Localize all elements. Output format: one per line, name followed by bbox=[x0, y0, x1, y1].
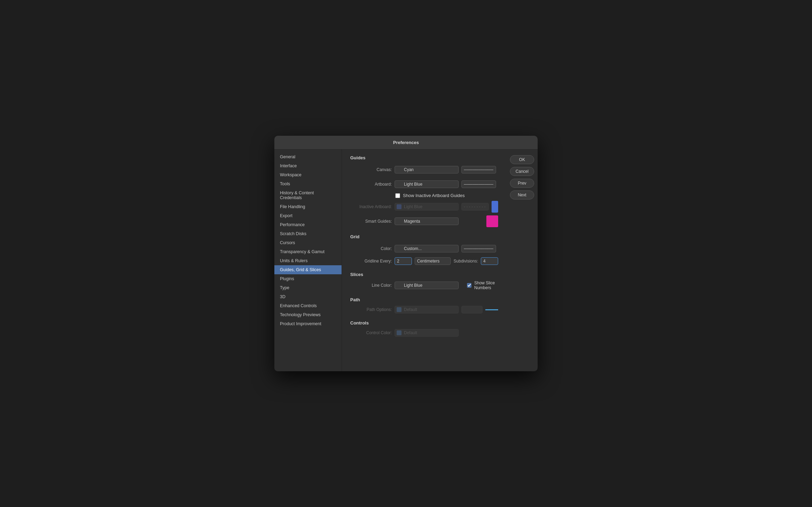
artboard-label: Artboard: bbox=[350, 182, 392, 187]
slices-section: Slices Line Color: Light Blue Cyan Magen… bbox=[350, 272, 498, 290]
artboard-style-select[interactable]: ────────── bbox=[461, 180, 496, 188]
sidebar-item-history[interactable]: History & Content Credentials bbox=[274, 188, 342, 202]
canvas-style-select[interactable]: ────────── bbox=[461, 166, 496, 174]
controls-title: Controls bbox=[350, 320, 498, 326]
canvas-color-select[interactable]: Cyan Light Blue Magenta Custom... bbox=[395, 166, 459, 174]
path-color-wrapper: Default bbox=[395, 306, 459, 313]
control-color-row: Control Color: Default bbox=[350, 329, 498, 337]
sidebar-item-3d[interactable]: 3D bbox=[274, 292, 342, 301]
inactive-artboard-row: Inactive Artboard: Light Blue Cyan Magen… bbox=[350, 201, 498, 213]
show-inactive-checkbox[interactable] bbox=[395, 193, 400, 198]
smart-guides-color-wrapper: Magenta Cyan Light Blue Custom... bbox=[395, 217, 459, 225]
show-slice-numbers-checkbox[interactable] bbox=[467, 283, 471, 288]
sidebar-item-transparency[interactable]: Transparency & Gamut bbox=[274, 247, 342, 256]
inactive-artboard-label: Inactive Artboard: bbox=[350, 204, 392, 209]
path-options-label: Path Options: bbox=[350, 307, 392, 312]
canvas-label: Canvas: bbox=[350, 167, 392, 172]
gridline-label: Gridline Every: bbox=[350, 259, 392, 264]
subdivisions-input[interactable]: 4 bbox=[481, 257, 498, 265]
inactive-color-select[interactable]: Light Blue Cyan Magenta bbox=[395, 203, 459, 211]
sidebar-item-interface[interactable]: Interface bbox=[274, 161, 342, 170]
path-color-select[interactable]: Default bbox=[395, 306, 459, 313]
show-slice-numbers-label: Show Slice Numbers bbox=[474, 281, 498, 290]
sidebar-item-workspace[interactable]: Workspace bbox=[274, 170, 342, 179]
canvas-color-wrapper: Cyan Light Blue Magenta Custom... bbox=[395, 166, 459, 174]
artboard-color-wrapper: Light Blue Cyan Magenta Custom... bbox=[395, 180, 459, 188]
dialog-titlebar: Preferences bbox=[274, 136, 538, 150]
sidebar-item-units[interactable]: Units & Rulers bbox=[274, 256, 342, 265]
slices-line-color-label: Line Color: bbox=[350, 283, 392, 288]
grid-color-row: Color: Custom... Cyan Light Blue ───────… bbox=[350, 243, 498, 255]
slices-color-wrapper: Light Blue Cyan Magenta bbox=[395, 282, 459, 289]
guides-title: Guides bbox=[350, 155, 498, 160]
canvas-row: Canvas: Cyan Light Blue Magenta Custom..… bbox=[350, 164, 498, 176]
grid-style-select[interactable]: ────────── bbox=[461, 245, 496, 252]
controls-section: Controls Control Color: Default bbox=[350, 320, 498, 337]
smart-guides-row: Smart Guides: Magenta Cyan Light Blue Cu… bbox=[350, 215, 498, 227]
gridline-unit-select[interactable]: Centimeters Pixels Inches Millimeters bbox=[415, 257, 451, 265]
preferences-dialog: Preferences General Interface Workspace … bbox=[274, 136, 538, 371]
slices-title: Slices bbox=[350, 272, 498, 277]
slices-line-color-row: Line Color: Light Blue Cyan Magenta Show… bbox=[350, 281, 498, 290]
dialog-title: Preferences bbox=[393, 140, 419, 145]
grid-color-wrapper: Custom... Cyan Light Blue bbox=[395, 245, 459, 252]
path-title: Path bbox=[350, 297, 498, 302]
path-options-row: Path Options: Default bbox=[350, 306, 498, 313]
inactive-color-preview bbox=[492, 201, 498, 213]
smart-guides-label: Smart Guides: bbox=[350, 219, 392, 224]
inactive-color-wrapper: Light Blue Cyan Magenta bbox=[395, 203, 459, 211]
prev-button[interactable]: Prev bbox=[510, 179, 534, 188]
grid-color-label: Color: bbox=[350, 246, 392, 251]
next-button[interactable]: Next bbox=[510, 190, 534, 199]
show-inactive-label: Show Inactive Artboard Guides bbox=[403, 193, 465, 198]
main-content: Guides Canvas: Cyan Light Blue Magenta C… bbox=[342, 150, 506, 371]
smart-guides-color-preview bbox=[486, 215, 498, 227]
gridline-row: Gridline Every: 2 Centimeters Pixels Inc… bbox=[350, 257, 498, 265]
sidebar-item-product-improvement[interactable]: Product Improvement bbox=[274, 319, 342, 328]
sidebar-item-general[interactable]: General bbox=[274, 152, 342, 161]
show-inactive-row: Show Inactive Artboard Guides bbox=[395, 193, 498, 198]
sidebar-item-plugins[interactable]: Plugins bbox=[274, 274, 342, 283]
path-section: Path Path Options: Default bbox=[350, 297, 498, 313]
control-color-select[interactable]: Default bbox=[395, 329, 459, 337]
sidebar-item-cursors[interactable]: Cursors bbox=[274, 238, 342, 247]
sidebar-item-export[interactable]: Export bbox=[274, 211, 342, 220]
sidebar-item-guides[interactable]: Guides, Grid & Slices bbox=[274, 265, 342, 274]
smart-guides-color-select[interactable]: Magenta Cyan Light Blue Custom... bbox=[395, 217, 459, 225]
grid-color-select[interactable]: Custom... Cyan Light Blue bbox=[395, 245, 459, 252]
inactive-style-select[interactable]: - - - - - - - - - bbox=[461, 203, 489, 211]
sidebar-item-enhanced-controls[interactable]: Enhanced Controls bbox=[274, 301, 342, 310]
guides-section: Guides Canvas: Cyan Light Blue Magenta C… bbox=[350, 155, 498, 227]
ok-button[interactable]: OK bbox=[510, 155, 534, 164]
path-style-select[interactable] bbox=[461, 306, 483, 313]
control-color-wrapper: Default bbox=[395, 329, 459, 337]
cancel-button[interactable]: Cancel bbox=[510, 167, 534, 176]
control-color-label: Control Color: bbox=[350, 330, 392, 335]
grid-title: Grid bbox=[350, 234, 498, 239]
gridline-value-input[interactable]: 2 bbox=[395, 257, 412, 265]
sidebar-item-file-handling[interactable]: File Handling bbox=[274, 202, 342, 211]
path-color-preview bbox=[485, 309, 498, 310]
sidebar: General Interface Workspace Tools Histor… bbox=[274, 150, 342, 371]
sidebar-item-tools[interactable]: Tools bbox=[274, 179, 342, 188]
sidebar-item-scratch-disks[interactable]: Scratch Disks bbox=[274, 229, 342, 238]
grid-section: Grid Color: Custom... Cyan Light Blue ──… bbox=[350, 234, 498, 265]
sidebar-item-type[interactable]: Type bbox=[274, 283, 342, 292]
slices-color-select[interactable]: Light Blue Cyan Magenta bbox=[395, 282, 459, 289]
subdivisions-label: Subdivisions: bbox=[453, 259, 478, 264]
artboard-color-select[interactable]: Light Blue Cyan Magenta Custom... bbox=[395, 180, 459, 188]
sidebar-item-technology-previews[interactable]: Technology Previews bbox=[274, 310, 342, 319]
sidebar-item-performance[interactable]: Performance bbox=[274, 220, 342, 229]
artboard-row: Artboard: Light Blue Cyan Magenta Custom… bbox=[350, 178, 498, 190]
dialog-body: General Interface Workspace Tools Histor… bbox=[274, 150, 538, 371]
right-buttons-panel: OK Cancel Prev Next bbox=[506, 150, 538, 371]
